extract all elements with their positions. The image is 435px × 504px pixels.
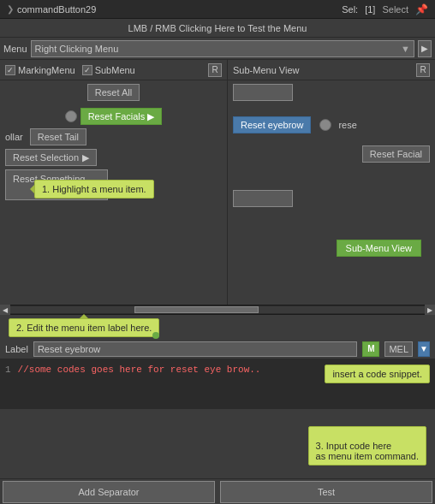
label-row: Label M MEL ▼ [0, 339, 435, 359]
lang-arrow[interactable]: ▼ [418, 341, 430, 357]
bottom-bar: Add Separator Test [0, 478, 435, 504]
spacer-row [233, 168, 430, 185]
pin-icon[interactable]: 📌 [415, 3, 428, 15]
reset-text-right: rese [338, 120, 356, 130]
info-text: LMB / RMB Clicking Here to Test the Menu [128, 23, 307, 33]
input-code-callout: 3. Input code here as menu item command. [308, 426, 426, 465]
code-container: 1 //some codes goes here for reset eye b… [0, 359, 435, 409]
title-bar-left: ❯ commandButton29 [7, 4, 342, 15]
r-badge-left[interactable]: R [208, 63, 222, 77]
line-number: 1 [5, 365, 11, 375]
lang-select[interactable]: MEL [384, 341, 413, 357]
right-panel: Sub-Menu View R Reset eyebrow rese Reset… [228, 60, 435, 305]
collar-label: ollar [5, 132, 23, 142]
right-btn-1[interactable] [233, 84, 293, 101]
sel-label: Sel: [342, 4, 358, 15]
r-badge-right[interactable]: R [416, 63, 430, 77]
title-bar: ❯ commandButton29 Sel: [1] Select 📌 [0, 0, 435, 19]
reset-facial-row: Reset Facial [233, 145, 430, 163]
menu-dropdown[interactable]: Right Clicking Menu ▼ [31, 40, 414, 57]
right-checks-row: Sub-Menu View R [228, 60, 435, 80]
marking-menu-check[interactable]: ✓ MarkingMenu [5, 65, 75, 75]
test-button[interactable]: Test [220, 481, 432, 503]
sub-menu-checkbox[interactable]: ✓ [82, 65, 92, 75]
left-checks-row: ✓ MarkingMenu ✓ SubMenu R [0, 60, 227, 80]
m-badge[interactable]: M [362, 341, 379, 357]
marking-menu-label: MarkingMenu [18, 65, 75, 75]
reset-eyebrow-button[interactable]: Reset eyebrow [233, 116, 311, 133]
reset-eyebrow-row: Reset eyebrow rese [233, 116, 430, 133]
sub-menu-label: SubMenu [95, 65, 135, 75]
reset-all-button[interactable]: Reset All [87, 84, 140, 101]
highlight-menu-callout: 1. Highlight a menu item. [34, 180, 154, 199]
reset-tail-row: ollar Reset Tail [5, 128, 222, 145]
arrow-icon: ▶ [82, 152, 89, 163]
info-bar: LMB / RMB Clicking Here to Test the Menu [0, 19, 435, 38]
window-title: commandButton29 [17, 4, 96, 15]
menu-dropdown-value: Right Clicking Menu [35, 44, 119, 54]
title-bar-right: Sel: [1] Select 📌 [342, 3, 428, 15]
edit-callout-row: 2. Edit the menu item label here. [0, 315, 435, 339]
menu-row: Menu Right Clicking Menu ▼ ▶ [0, 38, 435, 60]
reset-all-row: Reset All [5, 84, 222, 101]
scrollbar[interactable]: ◀ ▶ [0, 305, 435, 315]
scroll-right-arrow[interactable]: ▶ [425, 305, 435, 315]
sub-menu-view-container: Sub-Menu View [337, 240, 421, 257]
reset-facials-row: Reset Facials ▶ [5, 108, 222, 125]
scroll-left-arrow[interactable]: ◀ [0, 305, 10, 315]
scroll-track[interactable] [10, 306, 425, 313]
marking-menu-checkbox[interactable]: ✓ [5, 65, 15, 75]
left-panel: ✓ MarkingMenu ✓ SubMenu R Reset All Rese… [0, 60, 228, 305]
scroll-thumb[interactable] [134, 306, 259, 313]
sel-value: [1] [365, 4, 375, 15]
select-button[interactable]: Select [382, 4, 408, 15]
lang-label: MEL [389, 344, 408, 354]
sub-menu-check[interactable]: ✓ SubMenu [82, 65, 135, 75]
reset-selection-row: Reset Selection ▶ [5, 149, 222, 166]
sub-menu-view-button[interactable]: Sub-Menu View [337, 240, 421, 257]
sub-menu-view-label: Sub-Menu View [233, 65, 299, 75]
reset-facial-button[interactable]: Reset Facial [362, 145, 430, 163]
menu-label: Menu [3, 44, 27, 54]
add-separator-button[interactable]: Add Separator [3, 481, 215, 503]
right-btn-2[interactable] [233, 190, 293, 207]
chevron-down-icon: ▼ [401, 44, 410, 54]
indicator-dot [152, 332, 159, 339]
circle-indicator-2 [319, 119, 331, 131]
code-text: //some codes goes here for reset eye bro… [18, 365, 261, 375]
right-btn-row-2 [233, 190, 430, 210]
reset-selection-button[interactable]: Reset Selection ▶ [5, 149, 97, 166]
chevron-icon: ❯ [7, 4, 14, 14]
label-text: Label [5, 344, 28, 354]
reset-tail-button[interactable]: Reset Tail [30, 128, 86, 145]
insert-snippet-callout: insert a code snippet. [325, 365, 430, 383]
right-panel-content: Reset eyebrow rese Reset Facial Sub-Menu… [228, 80, 435, 305]
circle-indicator-1 [65, 110, 77, 122]
reset-facials-button[interactable]: Reset Facials ▶ [80, 108, 163, 125]
top-btn-row [233, 84, 430, 111]
input-code-section: 3. Input code here as menu item command. [0, 409, 435, 477]
edit-label-callout: 2. Edit the menu item label here. [9, 318, 159, 337]
menu-expand-button[interactable]: ▶ [418, 40, 432, 57]
label-input[interactable] [33, 341, 357, 357]
two-panel-area: ✓ MarkingMenu ✓ SubMenu R Reset All Rese… [0, 60, 435, 305]
